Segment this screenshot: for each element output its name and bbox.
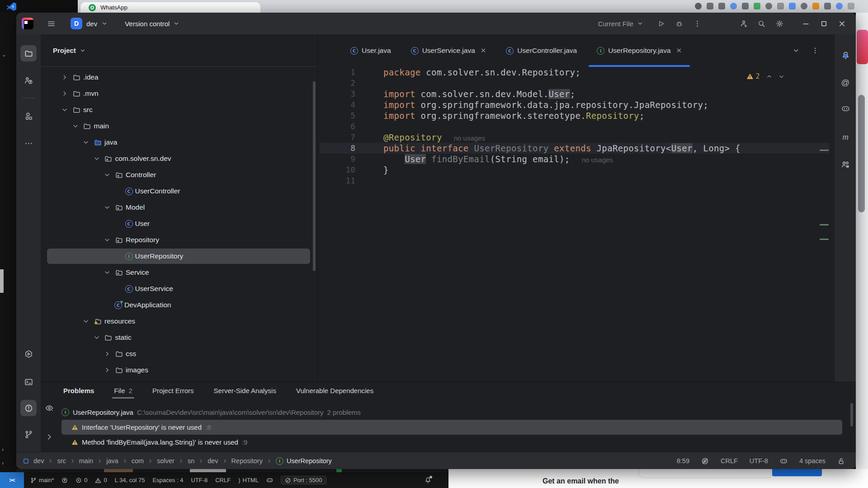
browser-toolbar-icon[interactable] [707, 3, 713, 9]
search-button[interactable] [754, 16, 769, 31]
tree-item-java[interactable]: java [41, 134, 317, 150]
copilot-button[interactable] [837, 100, 854, 117]
project-widget[interactable]: D dev [71, 18, 108, 29]
browser-toolbar-icon[interactable] [718, 3, 725, 9]
status-item[interactable]: 8:59 [677, 457, 689, 465]
ai-assistant-button[interactable]: @ [837, 75, 854, 91]
settings-button[interactable] [772, 16, 787, 31]
problems-toolwindow-button[interactable] [20, 400, 37, 416]
vscode-status-item[interactable]: Espaces : 4 [152, 477, 183, 483]
structure-toolwindow-button[interactable] [20, 108, 37, 124]
more-actions-button[interactable] [689, 16, 705, 31]
browser-toolbar-icon[interactable] [742, 3, 749, 9]
breadcrumb-item[interactable]: main [79, 457, 93, 465]
breadcrumb-item[interactable]: dev [33, 457, 44, 465]
breadcrumb-item[interactable]: dev [208, 457, 218, 465]
tree-item-resources[interactable]: resources [41, 313, 317, 329]
tree-item-repository[interactable]: Repository [41, 232, 317, 248]
git-toolwindow-button[interactable] [20, 426, 37, 442]
vscode-status-item[interactable]: main* [30, 477, 54, 483]
tree-item-userrepository[interactable]: IUserRepository [41, 248, 317, 264]
maven-button[interactable]: m [837, 129, 854, 145]
chevron-right-icon[interactable] [60, 90, 70, 97]
tree-item-controller[interactable]: Controller [41, 167, 317, 183]
browser-toolbar-icon[interactable] [836, 3, 843, 9]
browser-toolbar-icon[interactable] [730, 3, 737, 9]
breadcrumb-item[interactable]: Repository [231, 457, 263, 465]
tree-item-images[interactable]: images [41, 362, 317, 378]
status-item[interactable]: 4 spaces [799, 457, 826, 465]
tree-item-com-solver-sn-dev[interactable]: com.solver.sn.dev [41, 150, 317, 167]
vscode-status-item[interactable]: Port : 5500 [281, 476, 326, 484]
browser-toolbar-icon[interactable] [824, 3, 831, 9]
tree-item-main[interactable]: main [41, 118, 317, 134]
browser-toolbar-icon[interactable] [801, 3, 807, 9]
tab-close-icon[interactable]: ✕ [481, 47, 486, 55]
tree-item--idea[interactable]: .idea [41, 69, 317, 85]
problems-file-row[interactable]: IUserRepository.javaC:\soumaDev\dev\src\… [61, 405, 847, 420]
next-problem-icon[interactable] [778, 74, 784, 80]
vscode-status-item[interactable] [266, 477, 273, 483]
vscode-remote-button[interactable]: >< [0, 472, 24, 488]
vscode-status-item[interactable]: 0 [75, 477, 87, 483]
vscode-status-item[interactable]: UTF-8 [191, 477, 208, 483]
breadcrumb-item[interactable]: com [132, 457, 144, 465]
project-toolwindow-button[interactable] [20, 45, 37, 61]
status-item[interactable]: CRLF [721, 457, 738, 465]
inspection-widget[interactable]: 2 [746, 72, 784, 80]
close-button[interactable] [834, 16, 849, 31]
status-item[interactable]: UTF-8 [750, 457, 768, 465]
tree-item-service[interactable]: Service [41, 264, 317, 281]
problems-issue-row[interactable]: Method 'findByEmail(java.lang.String)' i… [61, 435, 847, 450]
code-viewport[interactable]: 1package com.solver.sn.dev.Repository;23… [320, 67, 830, 382]
chevron-right-icon[interactable] [102, 366, 112, 374]
hidden-tabs-chevron-icon[interactable] [793, 47, 800, 54]
editor-tab-userrepository-java[interactable]: IUserRepository.java✕ [587, 34, 692, 67]
vscode-status-item[interactable]: L 34, col 75 [115, 477, 145, 483]
problems-tab-server-side-analysis[interactable]: Server-Side Analysis [214, 382, 276, 399]
project-panel-header[interactable]: Project [41, 34, 317, 67]
browser-button-fragment[interactable] [772, 469, 822, 476]
vcs-widget[interactable]: Version control [125, 20, 179, 28]
terminal-toolwindow-button[interactable] [20, 374, 37, 390]
services-toolwindow-button[interactable] [20, 346, 37, 362]
analysis-stripe-mark[interactable] [820, 224, 829, 225]
chevron-down-icon[interactable] [81, 318, 91, 325]
tree-item-static[interactable]: static [41, 329, 317, 346]
breadcrumb-item[interactable]: sn [188, 457, 194, 465]
editor-tab-usercontroller-java[interactable]: CUserController.java [496, 34, 587, 67]
tree-item--mvn[interactable]: .mvn [41, 85, 317, 102]
editor-tab-userservice-java[interactable]: CUserService.java✕ [401, 34, 496, 67]
editor-tab-user-java[interactable]: CUser.java [340, 34, 401, 67]
copilot-icon[interactable] [780, 457, 788, 465]
chevron-down-icon[interactable] [71, 122, 80, 130]
problems-tab-file[interactable]: File2 [114, 382, 132, 399]
problems-tab-vulnerable-dependencies[interactable]: Vulnerable Dependencies [296, 382, 373, 399]
run-config-selector[interactable]: Current File [598, 20, 643, 28]
browser-toolbar-icon[interactable] [695, 3, 702, 9]
tree-item-usercontroller[interactable]: CUserController [41, 183, 317, 199]
breadcrumb-item[interactable]: src [57, 457, 66, 465]
run-button[interactable] [653, 16, 669, 31]
browser-input-fragment[interactable] [638, 469, 773, 478]
code-with-me-button[interactable] [736, 16, 751, 31]
tree-item-userservice[interactable]: CUserService [41, 281, 317, 297]
tree-scrollbar-thumb[interactable] [313, 81, 316, 271]
analysis-stripe-mark[interactable] [820, 150, 829, 151]
vscode-status-item[interactable]: )HTML [238, 477, 259, 483]
prev-problem-icon[interactable] [766, 74, 772, 80]
tree-item-devapplication[interactable]: CDevApplication [41, 297, 317, 313]
breadcrumb-item[interactable]: java [106, 457, 118, 465]
tab-close-icon[interactable]: ✕ [676, 47, 682, 55]
browser-toolbar-icon[interactable] [754, 3, 760, 9]
tree-item-model[interactable]: Model [41, 199, 317, 216]
vscode-status-item[interactable]: 0 [95, 477, 107, 483]
analysis-stripe-mark[interactable] [820, 239, 829, 240]
pull-requests-toolwindow-button[interactable] [20, 72, 37, 89]
chevron-right-icon[interactable] [102, 350, 112, 357]
code-with-me-users-button[interactable] [837, 156, 854, 173]
tree-item-css[interactable]: css [41, 346, 317, 362]
tree-item-src[interactable]: src [41, 102, 317, 118]
problems-issue-row[interactable]: Interface 'UserRepository' is never used… [61, 420, 847, 435]
breadcrumb-current[interactable]: IUserRepository [276, 457, 332, 465]
